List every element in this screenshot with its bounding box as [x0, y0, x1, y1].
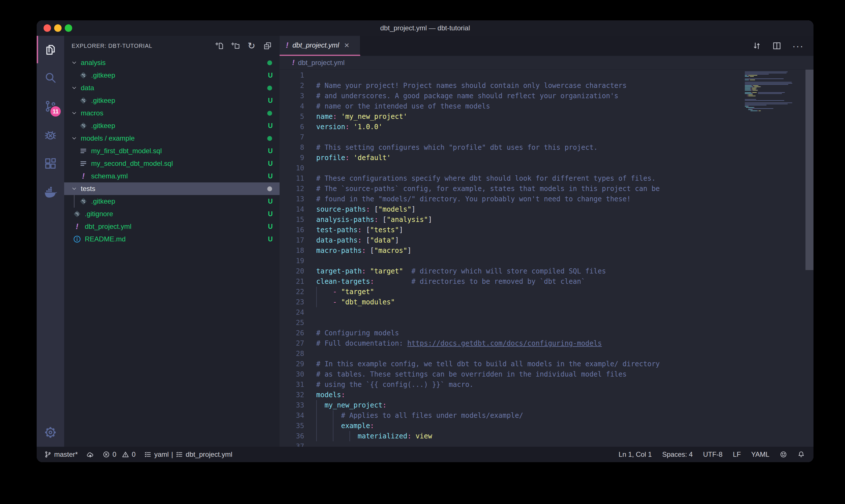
tree-item-my-first-dbt-model-sql[interactable]: my_first_dbt_model.sqlU	[64, 145, 280, 157]
eol-setting[interactable]: LF	[733, 450, 741, 458]
tree-item-schema-yml[interactable]: !schema.ymlU	[64, 170, 280, 182]
notifications-button[interactable]	[797, 451, 805, 458]
tree-item-dbt-project-yml[interactable]: !dbt_project.ymlU	[64, 220, 280, 233]
gear-icon	[44, 426, 57, 439]
tree-item--gitkeep[interactable]: .gitkeepU	[64, 195, 280, 208]
activity-extensions[interactable]	[37, 149, 64, 178]
cloud-upload-icon	[87, 451, 94, 458]
code-line-34: 34 # Applies to all files under models/e…	[280, 410, 739, 421]
collapse-all-button[interactable]	[263, 41, 272, 50]
language-mode[interactable]: YAML	[751, 450, 769, 458]
tree-item-data[interactable]: data	[64, 82, 280, 94]
git-untracked-badge: U	[268, 97, 273, 105]
vertical-scrollbar[interactable]	[806, 70, 813, 270]
code-line-37: 37	[280, 441, 739, 447]
bell-icon	[797, 451, 805, 458]
task-file: dbt_project.yml	[186, 450, 232, 458]
activity-settings[interactable]	[37, 418, 64, 447]
tree-item-label: .gitignore	[85, 210, 113, 218]
line-number: 33	[280, 400, 304, 410]
line-number: 12	[280, 183, 304, 194]
code-line-4: 4# name or the intended use of these mod…	[280, 101, 739, 111]
indentation-setting[interactable]: Spaces: 4	[662, 450, 693, 458]
folder-git-dot	[267, 186, 272, 191]
status-bar: master* 0 0	[37, 447, 813, 462]
activity-bar: 11	[37, 36, 64, 447]
tab-dbt-project-yml[interactable]: ! dbt_project.yml ×	[280, 36, 360, 56]
tree-item--gitkeep[interactable]: .gitkeepU	[64, 120, 280, 132]
line-number: 2	[280, 80, 304, 91]
new-folder-button[interactable]	[231, 41, 240, 50]
code-editor[interactable]: 12# Name your project! Project names sho…	[280, 70, 813, 447]
folder-git-dot	[267, 111, 272, 116]
line-number: 25	[280, 318, 304, 328]
code-line-10: 10	[280, 163, 739, 173]
code-line-7: 7	[280, 132, 739, 142]
minimap[interactable]	[745, 70, 805, 112]
files-icon	[44, 43, 57, 56]
open-changes-icon[interactable]	[752, 41, 761, 50]
tree-item-label: tests	[81, 185, 95, 193]
tree-item--gitignore[interactable]: .gitignoreU	[64, 208, 280, 220]
encoding-setting[interactable]: UTF-8	[703, 450, 722, 458]
breadcrumb-warning-icon: !	[292, 58, 294, 67]
smiley-icon	[780, 451, 787, 458]
close-tab-icon[interactable]: ×	[344, 41, 349, 50]
new-file-button[interactable]	[215, 41, 224, 50]
tree-item-label: README.md	[85, 235, 126, 243]
chevron-down-icon	[71, 185, 77, 192]
activity-debug[interactable]	[37, 121, 64, 149]
tree-item-my-second-dbt-model-sql[interactable]: my_second_dbt_model.sqlU	[64, 157, 280, 170]
line-number: 26	[280, 328, 304, 338]
tree-item-tests[interactable]: tests	[64, 182, 280, 195]
code-line-26: 26# Configuring models	[280, 328, 739, 338]
line-number: 28	[280, 348, 304, 359]
cursor-position[interactable]: Ln 1, Col 1	[619, 450, 652, 458]
git-untracked-badge: U	[268, 173, 273, 180]
refresh-button[interactable]: ↻	[247, 41, 256, 50]
tree-item-models-example[interactable]: models / example	[64, 132, 280, 145]
tree-item-label: .gitkeep	[91, 122, 115, 130]
sync-changes-button[interactable]	[87, 451, 94, 458]
tree-item-analysis[interactable]: analysis	[64, 56, 280, 69]
code-line-14: 14source-paths: ["models"]	[280, 204, 739, 215]
task-indicator[interactable]: yaml | dbt_project.yml	[144, 450, 232, 458]
code-line-19: 19	[280, 256, 739, 266]
problems-indicator[interactable]: 0 0	[103, 450, 136, 458]
code-line-12: 12# The `source-paths` config, for examp…	[280, 183, 739, 194]
task-mode: yaml	[154, 450, 169, 458]
explorer-title: EXPLORER: DBT-TUTORIAL	[72, 43, 152, 49]
sql-file-icon	[79, 159, 88, 168]
docker-icon	[44, 185, 57, 199]
line-number: 5	[280, 111, 304, 122]
tree-item-label: my_first_dbt_model.sql	[91, 147, 162, 155]
activity-source-control[interactable]: 11	[37, 92, 64, 121]
line-number: 24	[280, 307, 304, 318]
git-untracked-badge: U	[268, 223, 273, 231]
errors-icon	[103, 451, 110, 458]
tree-item-macros[interactable]: macros	[64, 107, 280, 120]
activity-explorer[interactable]	[37, 36, 64, 63]
tab-bar: ! dbt_project.yml × ···	[280, 36, 813, 56]
sql-file-icon	[79, 147, 88, 155]
activity-docker[interactable]	[37, 178, 64, 206]
branch-indicator[interactable]: master*	[44, 450, 78, 458]
line-number: 35	[280, 421, 304, 431]
tree-item-readme-md[interactable]: README.mdU	[64, 233, 280, 246]
feedback-button[interactable]	[780, 451, 787, 458]
tree-item-label: models / example	[81, 134, 134, 142]
line-number: 23	[280, 297, 304, 307]
more-actions-icon[interactable]: ···	[792, 40, 804, 52]
code-line-13: 13# found in the "models/" directory. Yo…	[280, 194, 739, 204]
tree-item--gitkeep[interactable]: .gitkeepU	[64, 69, 280, 82]
editor-group: ! dbt_project.yml × ··· ! dbt_project.ym…	[280, 36, 813, 447]
breadcrumb: ! dbt_project.yml	[280, 56, 813, 70]
warning-count: 0	[132, 450, 136, 458]
split-editor-icon[interactable]	[772, 41, 781, 50]
folder-git-dot	[267, 136, 272, 141]
tree-item--gitkeep[interactable]: .gitkeepU	[64, 94, 280, 107]
breadcrumb-file[interactable]: dbt_project.yml	[298, 59, 345, 67]
code-line-35: 35 example:	[280, 421, 739, 431]
window-title: dbt_project.yml — dbt-tutorial	[37, 20, 813, 36]
activity-search[interactable]	[37, 63, 64, 92]
